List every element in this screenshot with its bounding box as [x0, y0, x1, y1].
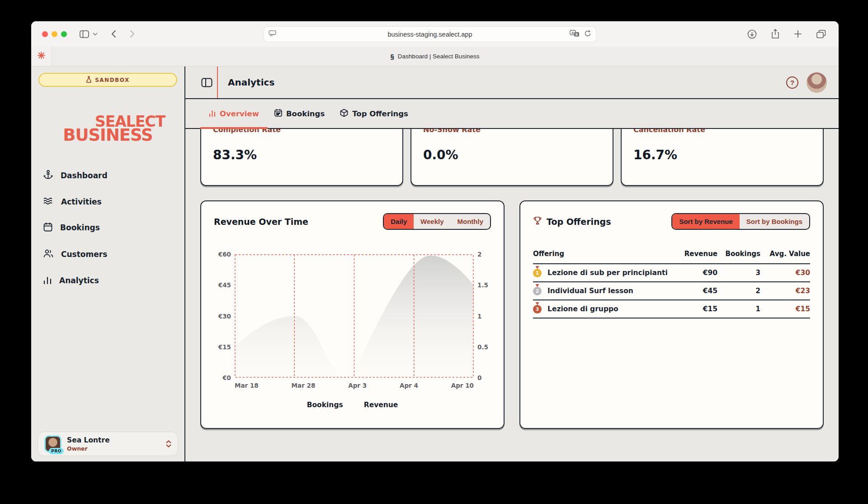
toggle-weekly[interactable]: Weekly — [414, 214, 450, 229]
sidebar-nav: Dashboard Activities Bookings — [31, 162, 184, 294]
sandbox-label: SANDBOX — [95, 77, 130, 83]
y-tick: 0.5 — [477, 343, 488, 351]
offering-avg-value: €15 — [760, 305, 810, 313]
offering-revenue: €90 — [676, 269, 717, 277]
new-tab-icon[interactable] — [792, 28, 804, 40]
bar-chart-icon — [43, 275, 52, 286]
x-tick: Mar 18 — [235, 382, 259, 389]
user-menu[interactable]: PRO Sea Lontre Owner — [38, 432, 178, 456]
pro-badge: PRO — [49, 448, 64, 454]
y-tick: €30 — [218, 313, 231, 320]
tab-bookings[interactable]: Bookings — [274, 99, 326, 128]
sidebar-item-label: Dashboard — [61, 171, 108, 180]
sidebar: SANDBOX SEALECT BUSINESS Dashboard Acti — [31, 67, 185, 461]
sandbox-badge: SANDBOX — [38, 73, 177, 87]
x-tick: Apr 10 — [451, 382, 474, 389]
offering-bookings: 2 — [717, 287, 760, 295]
stat-value: 83.3% — [213, 147, 391, 162]
minimize-window-button[interactable] — [52, 31, 57, 37]
offering-revenue: €15 — [676, 305, 717, 313]
stat-card-completion-rate: Completion Rate 83.3% — [200, 129, 403, 186]
box-icon — [340, 109, 348, 119]
offering-avg-value: €30 — [760, 269, 810, 277]
legend-revenue: Revenue — [364, 401, 398, 409]
trophy-icon — [533, 216, 542, 227]
sidebar-item-bookings[interactable]: Bookings — [31, 214, 184, 241]
stats-row: Completion Rate 83.3% No-Show Rate 0.0% … — [200, 129, 824, 186]
forward-button[interactable] — [128, 28, 137, 40]
stat-card-cancellation-rate: Cancellation Rate 16.7% — [621, 129, 824, 186]
table-row[interactable]: 3 Lezione di gruppo €15 1 €15 — [533, 300, 810, 319]
sort-by-bookings-button[interactable]: Sort by Bookings — [740, 214, 809, 229]
tab-label: Bookings — [286, 109, 325, 118]
toggle-daily[interactable]: Daily — [384, 214, 414, 229]
browser-toolbar: business-staging.sealect.app A文 — [31, 21, 839, 47]
zoom-window-button[interactable] — [61, 31, 67, 37]
offering-name: Lezione di sub per principianti — [547, 269, 668, 277]
top-offerings-card: Top Offerings Sort by Revenue Sort by Bo… — [519, 200, 824, 429]
header-divider — [217, 67, 218, 98]
revenue-chart-title: Revenue Over Time — [214, 217, 308, 227]
translate-icon[interactable]: A文 — [570, 30, 580, 39]
close-window-button[interactable] — [42, 31, 48, 37]
y-tick: 0 — [477, 374, 481, 381]
user-role: Owner — [67, 445, 110, 452]
sidebar-item-activities[interactable]: Activities — [31, 189, 184, 214]
active-browser-tab[interactable]: § Dashboard | Sealect Business — [31, 47, 839, 66]
sidebar-item-label: Customers — [61, 250, 107, 259]
sidebar-item-dashboard[interactable]: Dashboard — [31, 162, 184, 189]
address-bar[interactable]: business-staging.sealect.app A文 — [264, 26, 596, 42]
sidebar-toggle-icon[interactable] — [78, 29, 91, 40]
url-text[interactable]: business-staging.sealect.app — [264, 31, 596, 38]
offering-name: Individual Surf lesson — [547, 287, 633, 295]
people-icon — [43, 249, 53, 260]
calendar-icon — [274, 109, 282, 119]
tab-top-offerings[interactable]: Top Offerings — [339, 99, 409, 128]
y-tick: 1 — [477, 313, 481, 320]
sort-by-revenue-button[interactable]: Sort by Revenue — [672, 214, 739, 229]
table-row[interactable]: 2 Individual Surf lesson €45 2 €23 — [533, 282, 810, 300]
stat-label: Completion Rate — [213, 129, 391, 134]
waves-icon — [43, 197, 53, 207]
y-tick: 2 — [477, 251, 481, 258]
scroll-content[interactable]: Completion Rate 83.3% No-Show Rate 0.0% … — [185, 129, 839, 461]
sidebar-item-customers[interactable]: Customers — [31, 241, 184, 267]
chevron-down-icon[interactable] — [91, 31, 99, 38]
col-revenue: Revenue — [676, 250, 717, 258]
reload-icon[interactable] — [584, 30, 591, 39]
sidebar-item-label: Analytics — [59, 276, 99, 285]
col-offering: Offering — [533, 250, 676, 258]
chart-legend: Bookings Revenue — [214, 401, 491, 409]
downloads-icon[interactable] — [745, 28, 759, 41]
user-name: Sea Lontre — [67, 436, 110, 444]
y-tick: €45 — [218, 281, 231, 289]
legend-bookings: Bookings — [307, 401, 343, 409]
sidebar-item-label: Bookings — [60, 223, 100, 232]
calendar-icon — [43, 222, 52, 233]
table-row[interactable]: 1 Lezione di sub per principianti €90 3 … — [533, 264, 810, 282]
toggle-monthly[interactable]: Monthly — [451, 214, 491, 229]
revenue-chart: €60 €45 €30 €15 €0 — [214, 254, 491, 409]
stat-label: No-Show Rate — [423, 129, 601, 134]
offering-name: Lezione di gruppo — [547, 305, 618, 313]
y-tick: €0 — [222, 374, 231, 381]
help-icon[interactable]: ? — [786, 76, 798, 89]
sidebar-item-analytics[interactable]: Analytics — [31, 267, 184, 294]
sort-toggle: Sort by Revenue Sort by Bookings — [671, 213, 810, 230]
revenue-over-time-card: Revenue Over Time Daily Weekly Monthly €… — [200, 200, 505, 429]
share-icon[interactable] — [769, 27, 781, 41]
offering-avg-value: €23 — [760, 287, 810, 295]
offerings-table: Offering Revenue Bookings Avg. Value 1 L… — [533, 250, 810, 319]
collapse-sidebar-icon[interactable] — [196, 78, 217, 87]
plot-area — [235, 254, 474, 378]
y-axis-left: €60 €45 €30 €15 €0 — [214, 254, 235, 378]
sidebar-item-label: Activities — [61, 197, 102, 206]
col-avg-value: Avg. Value — [760, 250, 810, 258]
account-avatar[interactable] — [807, 72, 827, 93]
tab-overview-icon[interactable] — [815, 28, 828, 40]
stat-value: 0.0% — [423, 147, 601, 162]
tab-overview[interactable]: Overview — [208, 99, 260, 128]
offering-revenue: €45 — [676, 287, 717, 295]
y-tick: 1.5 — [477, 281, 488, 289]
back-button[interactable] — [109, 28, 118, 40]
